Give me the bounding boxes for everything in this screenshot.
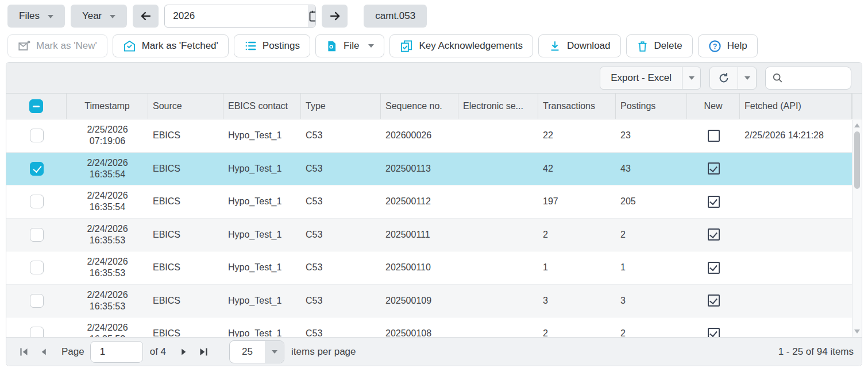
new-flag-checkbox[interactable] — [708, 130, 720, 142]
column-header-source[interactable]: Source — [148, 94, 223, 119]
mark-as-new-label: Mark as 'New' — [36, 40, 97, 52]
column-header-postings[interactable]: Postings — [616, 94, 687, 119]
previous-year-button[interactable] — [133, 5, 159, 28]
row-select-cell — [6, 317, 67, 338]
table-row[interactable]: 2/24/202616:35:54EBICSHypo_Test_1C532025… — [6, 185, 852, 219]
key-acknowledgements-label: Key Acknowledgements — [419, 40, 523, 52]
file-icon — [326, 40, 338, 52]
last-page-icon — [197, 346, 210, 358]
year-input-group — [164, 5, 316, 28]
chevron-down-icon — [744, 76, 750, 80]
files-dropdown-button[interactable]: Files — [7, 5, 65, 28]
new-flag-checkbox[interactable] — [708, 294, 720, 307]
electronic-seq-cell — [458, 285, 538, 317]
year-dropdown-button[interactable]: Year — [71, 5, 127, 28]
page-number-input[interactable] — [90, 341, 143, 363]
timestamp-date: 2/24/2026 — [87, 256, 128, 268]
page-size-caret — [265, 341, 284, 363]
export-options-button[interactable] — [682, 67, 700, 89]
table-row[interactable]: 2/24/202616:35:54EBICSHypo_Test_1C532025… — [6, 153, 852, 186]
next-year-button[interactable] — [322, 5, 348, 28]
scrollbar-thumb[interactable] — [854, 131, 860, 189]
new-flag-checkbox[interactable] — [708, 196, 720, 208]
next-page-icon — [178, 346, 190, 358]
previous-page-icon — [38, 346, 49, 358]
column-header-ebics-contact[interactable]: EBICS contact — [223, 94, 301, 119]
sequence-no-cell: 202500109 — [381, 285, 458, 317]
download-button[interactable]: Download — [538, 34, 621, 57]
column-header-electronic-seq[interactable]: Electronic se... — [458, 94, 538, 119]
column-header-timestamp[interactable]: Timestamp — [67, 94, 148, 119]
table-row[interactable]: 2/24/202616:35:53EBICSHypo_Test_1C532025… — [6, 285, 852, 318]
arrow-left-icon — [140, 10, 152, 22]
postings-cell: 3 — [616, 285, 687, 317]
timestamp-cell: 2/24/202616:35:53 — [67, 251, 148, 284]
mark-as-new-button[interactable]: Mark as 'New' — [7, 34, 107, 57]
vertical-scrollbar[interactable] — [852, 120, 862, 337]
chevron-down-icon — [48, 15, 53, 18]
table-row[interactable]: 2/24/202616:35:53EBICSHypo_Test_1C532025… — [6, 219, 852, 252]
timestamp-date: 2/24/2026 — [87, 190, 128, 201]
row-select-cell — [6, 185, 67, 218]
scroll-up-icon[interactable] — [854, 123, 860, 127]
timestamp-cell: 2/24/202616:35:54 — [67, 185, 148, 218]
type-cell: C53 — [301, 317, 381, 338]
new-flag-cell — [687, 185, 740, 218]
row-select-checkbox[interactable] — [30, 129, 44, 142]
row-select-checkbox[interactable] — [30, 228, 44, 242]
table-row[interactable]: 2/24/202616:35:53EBICSHypo_Test_1C532025… — [6, 251, 852, 285]
new-flag-checkbox[interactable] — [708, 262, 720, 274]
column-header-sequence-no[interactable]: Sequence no. — [381, 94, 458, 119]
first-page-button[interactable] — [14, 342, 34, 362]
row-select-checkbox[interactable] — [30, 261, 44, 274]
row-select-checkbox[interactable] — [30, 294, 44, 308]
sequence-no-cell: 202500111 — [381, 219, 458, 251]
calendar-picker-button[interactable] — [308, 5, 316, 27]
page-size-select[interactable]: 25 — [229, 340, 284, 363]
column-header-transactions[interactable]: Transactions — [538, 94, 616, 119]
row-select-checkbox[interactable] — [30, 162, 44, 176]
ebics-contact-cell: Hypo_Test_1 — [223, 251, 301, 284]
sequence-no-cell: 202500113 — [381, 153, 458, 185]
delete-button[interactable]: Delete — [626, 34, 693, 57]
new-flag-checkbox[interactable] — [708, 162, 720, 175]
help-button[interactable]: ? Help — [698, 34, 758, 57]
last-page-button[interactable] — [194, 342, 213, 362]
delete-label: Delete — [654, 40, 682, 52]
ebics-contact-cell: Hypo_Test_1 — [223, 185, 301, 218]
table-row[interactable]: 2/24/202616:35:53EBICSHypo_Test_1C532025… — [6, 317, 852, 338]
ebics-contact-cell: Hypo_Test_1 — [223, 119, 301, 152]
doc-type-button[interactable]: camt.053 — [364, 5, 427, 28]
export-excel-button[interactable]: Export - Excel — [600, 67, 682, 89]
postings-button[interactable]: Postings — [234, 34, 310, 57]
source-cell: EBICS — [148, 219, 223, 251]
type-cell: C53 — [301, 185, 381, 218]
refresh-options-button[interactable] — [738, 67, 756, 89]
next-page-button[interactable] — [174, 342, 194, 362]
mark-as-fetched-button[interactable]: Mark as 'Fetched' — [113, 34, 229, 57]
column-header-fetched-api[interactable]: Fetched (API) — [740, 94, 852, 119]
doc-type-label: camt.053 — [375, 10, 415, 22]
file-dropdown-button[interactable]: File — [315, 34, 384, 57]
type-cell: C53 — [301, 251, 381, 284]
fetched-api-cell — [740, 219, 852, 251]
new-flag-checkbox[interactable] — [708, 228, 720, 241]
year-input[interactable] — [165, 5, 308, 27]
sequence-no-cell: 202500112 — [381, 185, 458, 218]
timestamp-date: 2/24/2026 — [87, 157, 128, 169]
key-acknowledgements-button[interactable]: Key Acknowledgements — [389, 34, 533, 57]
row-select-cell — [6, 251, 67, 284]
grid-search-input[interactable] — [788, 73, 845, 83]
column-header-new[interactable]: New — [687, 94, 740, 119]
column-header-type[interactable]: Type — [301, 94, 381, 119]
postings-cell: 205 — [616, 185, 687, 218]
transactions-cell: 2 — [538, 219, 616, 251]
scroll-down-icon[interactable] — [854, 330, 860, 334]
select-all-checkbox[interactable] — [29, 99, 43, 113]
refresh-button[interactable] — [710, 67, 738, 89]
table-row[interactable]: 2/25/202607:19:06EBICSHypo_Test_1C532026… — [6, 119, 852, 153]
transactions-cell: 2 — [538, 317, 616, 338]
row-select-checkbox[interactable] — [30, 195, 44, 208]
fetched-api-cell — [740, 251, 852, 284]
previous-page-button[interactable] — [34, 342, 53, 362]
